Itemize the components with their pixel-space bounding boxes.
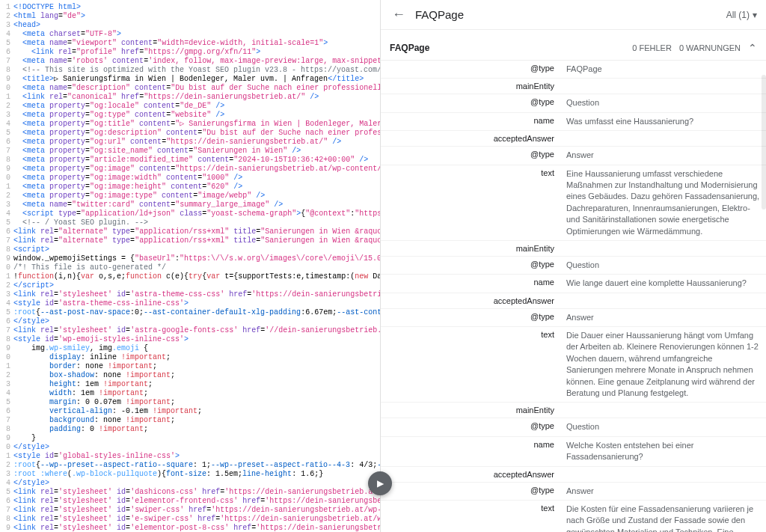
property-row: acceptedAnswer <box>381 467 766 483</box>
source-code[interactable]: <!DOCTYPE html><html lang="de"><head> <m… <box>13 0 380 532</box>
entity-title: FAQPage <box>390 43 632 53</box>
structured-data-pane: ← FAQPage All (1) ▾ FAQPage 0 FEHLER 0 W… <box>380 0 766 532</box>
property-row: @typeAnswer <box>381 147 766 165</box>
property-row: mainEntity <box>381 241 766 257</box>
scrollbar[interactable] <box>762 75 766 210</box>
property-row: @typeQuestion <box>381 418 766 436</box>
line-number-gutter: 1234567890123456789012345678901234567890… <box>0 0 13 532</box>
property-row: textDie Dauer einer Haussanierung hängt … <box>381 327 766 403</box>
property-row: nameWelche Kosten entstehen bei einer Fa… <box>381 437 766 467</box>
property-row: @typeAnswer <box>381 309 766 327</box>
panel-header: ← FAQPage All (1) ▾ <box>381 0 766 30</box>
errors-count: 0 FEHLER <box>632 43 672 52</box>
panel-subheader[interactable]: FAQPage 0 FEHLER 0 WARNUNGEN ⌃ <box>381 30 766 61</box>
entity-stats: 0 FEHLER 0 WARNUNGEN ⌃ <box>632 42 757 54</box>
property-row: mainEntity <box>381 79 766 94</box>
back-arrow-icon[interactable]: ← <box>390 7 408 22</box>
property-row: mainEntity <box>381 403 766 418</box>
chevron-up-icon[interactable]: ⌃ <box>748 42 757 54</box>
property-row: @typeAnswer <box>381 483 766 501</box>
property-row: @typeQuestion <box>381 94 766 112</box>
source-code-pane: 1234567890123456789012345678901234567890… <box>0 0 380 532</box>
property-row: @typeQuestion <box>381 257 766 275</box>
property-row: nameWas umfasst eine Haussanierung? <box>381 113 766 131</box>
property-row: acceptedAnswer <box>381 293 766 309</box>
panel-title: FAQPage <box>415 8 719 21</box>
property-row: acceptedAnswer <box>381 131 766 147</box>
property-row: @typeFAQPage <box>381 61 766 79</box>
play-button[interactable]: ▶ <box>368 471 392 495</box>
filter-dropdown[interactable]: All (1) ▾ <box>726 10 757 20</box>
property-row: textDie Kosten für eine Fassadensanierun… <box>381 501 766 532</box>
property-table[interactable]: @typeFAQPagemainEntity@typeQuestionnameW… <box>381 61 766 532</box>
play-icon: ▶ <box>377 478 384 489</box>
chevron-down-icon: ▾ <box>753 10 757 20</box>
property-row: nameWie lange dauert eine komplette Haus… <box>381 275 766 293</box>
filter-label: All (1) <box>726 10 750 20</box>
property-row: textEine Haussanierung umfasst verschied… <box>381 165 766 241</box>
warnings-count: 0 WARNUNGEN <box>679 43 741 52</box>
